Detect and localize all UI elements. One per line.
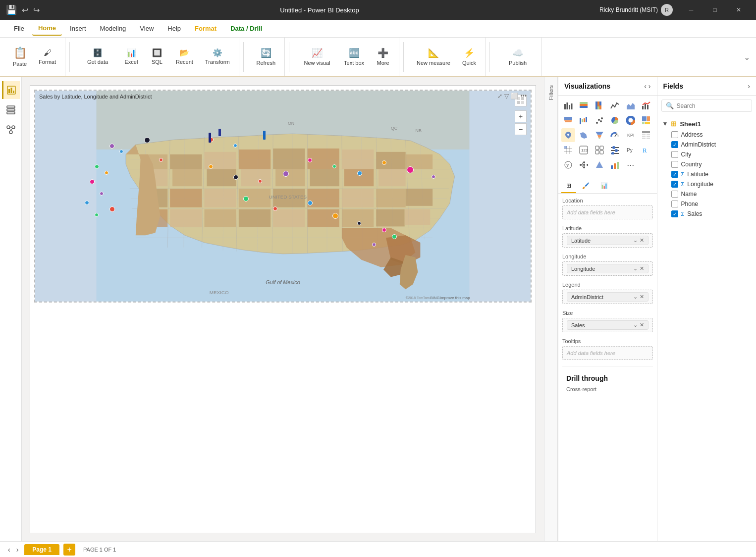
viz-tab-fields[interactable]: ⊞: [561, 179, 576, 193]
undo-icon[interactable]: ↩: [22, 5, 28, 15]
viz-kpi[interactable]: KPI: [624, 128, 638, 142]
longitude-field[interactable]: Longitude ⌄ ✕: [562, 261, 653, 276]
fields-search-box[interactable]: 🔍: [661, 100, 753, 112]
country-checkbox[interactable]: [671, 161, 678, 168]
menu-data-drill[interactable]: Data / Drill: [224, 22, 268, 35]
legend-expand-icon[interactable]: ⌄: [633, 294, 638, 300]
get-data-button[interactable]: 🗄️ Get data: [78, 40, 117, 74]
refresh-button[interactable]: 🔄 Refresh: [252, 40, 281, 74]
page-next-button[interactable]: ›: [14, 545, 21, 555]
sql-button[interactable]: 🔲 SQL: [145, 40, 169, 74]
viz-area-chart[interactable]: [624, 99, 638, 112]
latitude-remove-icon[interactable]: ✕: [640, 237, 644, 244]
viz-tab-analytics[interactable]: 📊: [595, 179, 613, 193]
focus-icon[interactable]: ⤢: [497, 93, 502, 100]
new-measure-button[interactable]: 📐 New measure: [412, 40, 455, 74]
paste-button[interactable]: 📋 Paste: [8, 40, 32, 74]
tree-item-admindistrict[interactable]: ✓ AdminDistrict: [661, 140, 753, 150]
legend-remove-icon[interactable]: ✕: [640, 294, 644, 300]
visual-frame[interactable]: Sales by Latitude, Longitude and AdminDi…: [34, 90, 532, 303]
menu-home[interactable]: Home: [32, 21, 62, 36]
viz-key-influencers[interactable]: [593, 158, 606, 172]
zoom-in-button[interactable]: +: [515, 110, 527, 122]
recent-sources-button[interactable]: 📂 Recent: [171, 40, 198, 74]
textbox-button[interactable]: 🔤 Text box: [339, 40, 369, 74]
admindistrict-checkbox[interactable]: ✓: [671, 141, 678, 148]
zoom-out-button[interactable]: −: [515, 123, 527, 135]
minimize-button[interactable]: ─: [680, 0, 702, 20]
viz-donut[interactable]: [624, 113, 638, 127]
size-expand-icon[interactable]: ⌄: [633, 322, 638, 328]
longitude-checkbox[interactable]: ✓: [671, 181, 678, 188]
more-icon[interactable]: •••: [520, 93, 527, 100]
latitude-field[interactable]: Latitude ⌄ ✕: [562, 233, 653, 248]
viz-line-bar[interactable]: [639, 99, 653, 112]
viz-100-bar[interactable]: [593, 99, 606, 112]
viz-tab-format[interactable]: 🖌️: [577, 179, 594, 193]
phone-checkbox[interactable]: [671, 201, 678, 207]
address-checkbox[interactable]: [671, 131, 678, 138]
viz-qa[interactable]: ?: [561, 158, 575, 172]
page-prev-button[interactable]: ‹: [6, 545, 12, 555]
viz-slicer[interactable]: [608, 143, 622, 157]
add-page-button[interactable]: +: [63, 544, 75, 556]
redo-icon[interactable]: ↪: [33, 5, 40, 15]
tree-item-phone[interactable]: Phone: [661, 199, 753, 209]
location-field[interactable]: Add data fields here: [562, 205, 653, 219]
tree-sheet1[interactable]: ▼ ⊞ Sheet1: [661, 118, 753, 130]
sidebar-model-icon[interactable]: [2, 121, 20, 139]
maximize-button[interactable]: □: [703, 0, 726, 20]
viz-gauge[interactable]: [608, 128, 622, 142]
viz-funnel[interactable]: [593, 128, 606, 142]
viz-more-btn[interactable]: ···: [624, 158, 638, 172]
longitude-expand-icon[interactable]: ⌄: [633, 265, 638, 272]
viz-treemap[interactable]: [639, 113, 653, 127]
sidebar-report-icon[interactable]: [2, 81, 20, 99]
size-field[interactable]: Sales ⌄ ✕: [562, 318, 653, 332]
viz-filled-map[interactable]: [577, 128, 591, 142]
viz-r-visual[interactable]: R: [639, 143, 653, 157]
menu-help[interactable]: Help: [162, 22, 187, 35]
user-avatar[interactable]: R: [661, 4, 673, 16]
city-checkbox[interactable]: [671, 151, 678, 158]
expand-icon[interactable]: ⬜: [511, 93, 518, 100]
size-remove-icon[interactable]: ✕: [640, 322, 644, 328]
viz-pie-chart[interactable]: [608, 113, 622, 127]
viz-custom[interactable]: [608, 158, 622, 172]
longitude-remove-icon[interactable]: ✕: [640, 265, 644, 272]
viz-map[interactable]: [561, 128, 575, 142]
tree-item-latitude[interactable]: ✓ Σ Latitude: [661, 169, 753, 179]
ribbon-more-button[interactable]: ⌄: [742, 51, 752, 64]
filter-icon[interactable]: ▽: [504, 93, 509, 100]
search-input[interactable]: [677, 102, 748, 109]
viz-stacked-bar[interactable]: [577, 99, 591, 112]
viz-bar-chart[interactable]: [561, 99, 575, 112]
transform-button[interactable]: ⚙️ Transform: [200, 40, 235, 74]
viz-nav-forward[interactable]: ›: [648, 82, 651, 90]
viz-more[interactable]: Py: [624, 143, 638, 157]
viz-ribbon[interactable]: [561, 113, 575, 127]
publish-button[interactable]: ☁️ Publish: [498, 40, 538, 74]
page-1-tab[interactable]: Page 1: [24, 544, 59, 555]
new-visual-button[interactable]: 📈 New visual: [297, 40, 337, 74]
name-checkbox[interactable]: [671, 191, 678, 198]
legend-field[interactable]: AdminDistrict ⌄ ✕: [562, 290, 653, 304]
format-painter-button[interactable]: 🖌 Format: [34, 40, 61, 74]
viz-line-chart[interactable]: [608, 99, 622, 112]
close-button[interactable]: ✕: [727, 0, 750, 20]
menu-modeling[interactable]: Modeling: [94, 22, 132, 35]
viz-nav-back[interactable]: ‹: [644, 82, 647, 90]
viz-multirow-card[interactable]: [593, 143, 606, 157]
excel-button[interactable]: 📊 Excel: [119, 40, 143, 74]
tree-item-country[interactable]: Country: [661, 159, 753, 169]
menu-insert[interactable]: Insert: [64, 22, 92, 35]
tree-item-city[interactable]: City: [661, 150, 753, 159]
latitude-checkbox[interactable]: ✓: [671, 171, 678, 178]
tree-item-address[interactable]: Address: [661, 130, 753, 140]
tooltips-field[interactable]: Add data fields here: [562, 346, 653, 360]
viz-card[interactable]: 123: [577, 143, 591, 157]
menu-format[interactable]: Format: [189, 22, 222, 35]
quick-measure-button[interactable]: ⚡ Quick: [457, 40, 481, 74]
tree-item-name[interactable]: Name: [661, 189, 753, 199]
menu-view[interactable]: View: [134, 22, 160, 35]
